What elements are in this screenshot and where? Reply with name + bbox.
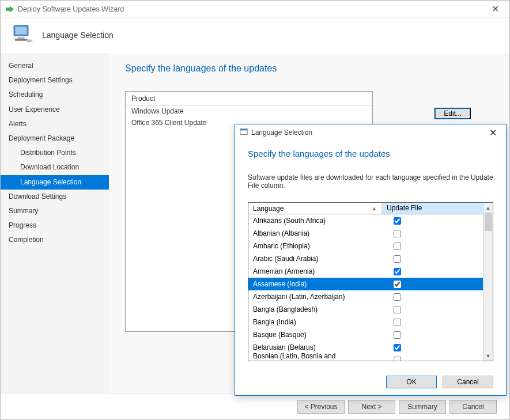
update-file-cell — [382, 330, 483, 340]
computer-icon — [11, 22, 34, 47]
sort-asc-icon: ▲ — [372, 206, 377, 211]
wizard-arrow-icon — [5, 5, 14, 14]
language-row[interactable]: Albanian (Albania) — [248, 227, 483, 240]
product-row[interactable]: Windows Update — [126, 105, 372, 117]
product-column-header: Product — [126, 92, 372, 105]
ok-button[interactable]: OK — [386, 376, 437, 388]
language-cell: Arabic (Saudi Arabia) — [248, 255, 382, 263]
language-column-header[interactable]: Language ▲ — [248, 203, 382, 214]
close-icon[interactable]: ✕ — [486, 1, 505, 17]
scroll-down-icon[interactable]: ▼ — [483, 351, 493, 361]
svg-rect-7 — [240, 128, 247, 130]
dialog-close-icon[interactable]: ✕ — [485, 126, 501, 139]
wizard-sidebar: GeneralDeployment SettingsSchedulingUser… — [1, 53, 109, 393]
summary-button[interactable]: Summary — [399, 400, 446, 414]
svg-rect-2 — [16, 27, 27, 35]
update-file-checkbox[interactable] — [394, 357, 401, 361]
update-file-checkbox[interactable] — [394, 319, 401, 326]
language-row[interactable]: Bosnian (Latin, Bosnia and Herzegovina) — [248, 354, 483, 361]
update-file-checkbox[interactable] — [394, 268, 401, 275]
previous-button[interactable]: < Previous — [297, 400, 345, 414]
page-header: Language Selection — [1, 18, 509, 53]
cancel-button[interactable]: Cancel — [449, 400, 497, 414]
svg-rect-3 — [18, 37, 25, 39]
svg-point-5 — [26, 39, 33, 42]
language-cell: Armenian (Armenia) — [248, 267, 382, 275]
language-cell: Afrikaans (South Africa) — [248, 217, 382, 225]
dialog-footer: OK Cancel — [235, 369, 506, 395]
dialog-instruction: Software update files are downloaded for… — [248, 173, 493, 190]
update-file-checkbox[interactable] — [394, 331, 401, 339]
language-cell: Basque (Basque) — [248, 331, 382, 339]
language-row[interactable]: Amharic (Ethiopia) — [248, 240, 483, 252]
update-file-checkbox[interactable] — [394, 217, 401, 225]
sidebar-item-progress[interactable]: Progress — [1, 218, 109, 233]
vertical-scrollbar[interactable]: ▲ ▼ — [483, 203, 493, 361]
language-cell: Albanian (Albania) — [248, 229, 382, 237]
dialog-cancel-button[interactable]: Cancel — [443, 376, 493, 388]
language-row[interactable]: Bangla (Bangladesh) — [248, 303, 483, 316]
language-cell: Bangla (Bangladesh) — [248, 305, 382, 313]
update-file-column-header[interactable]: Update File — [382, 203, 483, 214]
language-cell: Bangla (India) — [248, 318, 382, 326]
dialog-body: Specify the languages of the updates Sof… — [235, 141, 506, 369]
sidebar-item-alerts[interactable]: Alerts — [1, 117, 109, 131]
sidebar-item-completion[interactable]: Completion — [1, 233, 109, 247]
language-cell: Assamese (India) — [248, 280, 382, 288]
update-file-cell — [382, 241, 483, 252]
language-row[interactable]: Azerbaijani (Latin, Azerbaijan) — [248, 290, 483, 303]
language-row[interactable]: Armenian (Armenia) — [248, 265, 483, 278]
language-cell: Amharic (Ethiopia) — [248, 242, 382, 250]
sidebar-item-summary[interactable]: Summary — [1, 204, 109, 218]
wizard-window: Deploy Software Updates Wizard ✕ Languag… — [0, 0, 510, 420]
update-file-checkbox[interactable] — [394, 344, 401, 351]
update-file-checkbox[interactable] — [394, 243, 401, 250]
scroll-up-icon[interactable]: ▲ — [483, 203, 493, 213]
wizard-footer: < Previous Next > Summary Cancel — [1, 393, 509, 419]
update-file-cell — [382, 355, 483, 361]
sidebar-item-user-experience[interactable]: User Experience — [1, 103, 109, 117]
update-file-checkbox[interactable] — [394, 306, 401, 313]
language-row[interactable]: Afrikaans (South Africa) — [248, 214, 483, 227]
update-file-cell — [382, 279, 483, 290]
sidebar-item-distribution-points[interactable]: Distribution Points — [1, 146, 109, 160]
dialog-titlebar: Language Selection ✕ — [235, 124, 506, 141]
language-cell: Bosnian (Latin, Bosnia and Herzegovina) — [248, 352, 382, 361]
scroll-thumb[interactable] — [485, 213, 492, 231]
sidebar-item-language-selection[interactable]: Language Selection — [1, 175, 109, 190]
language-row[interactable]: Assamese (India) — [248, 278, 483, 290]
update-file-cell — [382, 292, 483, 302]
update-file-cell — [382, 228, 483, 239]
sidebar-item-deployment-settings[interactable]: Deployment Settings — [1, 73, 109, 88]
update-file-checkbox[interactable] — [394, 293, 401, 301]
language-table: Language ▲ Update File Afrikaans (South … — [248, 202, 493, 361]
titlebar: Deploy Software Updates Wizard ✕ — [1, 1, 509, 18]
language-row[interactable]: Basque (Basque) — [248, 328, 483, 341]
update-file-checkbox[interactable] — [394, 281, 401, 288]
main-heading: Specify the languages of the updates — [125, 63, 493, 74]
update-file-checkbox[interactable] — [394, 230, 401, 237]
sidebar-item-download-location[interactable]: Download Location — [1, 160, 109, 175]
dialog-heading: Specify the languages of the updates — [248, 149, 493, 158]
svg-rect-4 — [15, 39, 28, 40]
edit-button[interactable]: Edit... — [435, 108, 470, 119]
dialog-icon — [240, 128, 248, 138]
update-file-cell — [382, 215, 483, 226]
sidebar-item-scheduling[interactable]: Scheduling — [1, 88, 109, 102]
language-row[interactable]: Arabic (Saudi Arabia) — [248, 252, 483, 265]
sidebar-item-general[interactable]: General — [1, 59, 109, 73]
table-header: Language ▲ Update File — [248, 203, 483, 214]
svg-marker-0 — [6, 6, 14, 13]
dialog-title: Language Selection — [251, 128, 312, 137]
update-file-cell — [382, 266, 483, 277]
update-file-cell — [382, 342, 483, 353]
sidebar-item-deployment-package[interactable]: Deployment Package — [1, 131, 109, 146]
page-title: Language Selection — [42, 31, 114, 40]
update-file-checkbox[interactable] — [394, 255, 401, 263]
sidebar-item-download-settings[interactable]: Download Settings — [1, 190, 109, 204]
window-title: Deploy Software Updates Wizard — [18, 5, 124, 13]
language-row[interactable]: Bangla (India) — [248, 316, 483, 328]
language-cell: Belarusian (Belarus) — [248, 343, 382, 351]
language-selection-dialog: Language Selection ✕ Specify the languag… — [235, 124, 507, 396]
next-button[interactable]: Next > — [348, 400, 395, 414]
